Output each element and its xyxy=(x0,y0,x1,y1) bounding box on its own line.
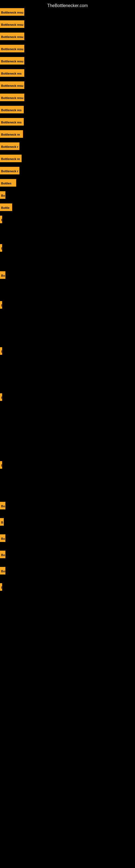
bar-row-5[interactable]: Bottleneck resu xyxy=(0,57,37,65)
bar-row-8[interactable]: Bottleneck resu xyxy=(0,94,32,101)
bar-label-10: Bottleneck res xyxy=(0,118,24,126)
bar-row-3[interactable]: Bottleneck resu xyxy=(0,33,32,40)
bar-row-17[interactable]: Bottle xyxy=(0,204,17,211)
bar-row-27[interactable]: Bo xyxy=(0,534,9,542)
bar-label-15: Bottlen xyxy=(0,179,16,187)
bar-label-19: B xyxy=(0,244,2,252)
bar-label-8: Bottleneck resu xyxy=(0,94,24,101)
bar-label-26: B xyxy=(0,518,4,526)
bar-label-3: Bottleneck resu xyxy=(0,33,24,40)
bar-row-19[interactable]: B xyxy=(0,244,3,252)
bar-row-29[interactable]: Bot xyxy=(0,567,8,575)
bar-label-5: Bottleneck resu xyxy=(0,57,24,65)
bar-label-28: Bo xyxy=(0,551,5,558)
bar-row-11[interactable]: Bottleneck re xyxy=(0,130,30,138)
bar-row-12[interactable]: Bottleneck r xyxy=(0,143,27,150)
bar-row-30[interactable]: B xyxy=(0,583,3,591)
bar-row-26[interactable]: B xyxy=(0,518,6,526)
bar-row-14[interactable]: Bottleneck r xyxy=(0,167,26,175)
bar-row-9[interactable]: Bottleneck res xyxy=(0,106,35,113)
bar-row-18[interactable]: B xyxy=(0,216,3,223)
bar-label-14: Bottleneck r xyxy=(0,167,19,175)
bar-row-2[interactable]: Bottleneck resu xyxy=(0,20,32,28)
bar-row-7[interactable]: Bottleneck resu xyxy=(0,82,34,89)
bar-label-4: Bottleneck resu xyxy=(0,45,24,52)
bar-row-28[interactable]: Bo xyxy=(0,551,9,558)
bar-row-13[interactable]: Bottleneck re xyxy=(0,155,29,162)
bar-label-22: B xyxy=(0,347,2,355)
bar-label-2: Bottleneck resu xyxy=(0,20,24,28)
bar-row-6[interactable]: Bottleneck res xyxy=(0,69,35,77)
bar-row-1[interactable]: Bottleneck resu xyxy=(0,8,35,16)
bar-row-23[interactable]: B xyxy=(0,393,3,401)
bar-row-20[interactable]: Bo xyxy=(0,271,8,279)
bar-label-25: Bo xyxy=(0,502,5,509)
bar-label-30: B xyxy=(0,583,2,591)
bar-label-11: Bottleneck re xyxy=(0,130,23,138)
bar-row-4[interactable]: Bottleneck resu xyxy=(0,45,31,52)
bar-label-13: Bottleneck re xyxy=(0,155,21,162)
bar-label-1: Bottleneck resu xyxy=(0,8,24,16)
bar-label-9: Bottleneck res xyxy=(0,106,24,113)
bar-row-21[interactable]: B xyxy=(0,301,3,309)
bar-label-6: Bottleneck res xyxy=(0,69,24,77)
bar-label-29: Bot xyxy=(0,567,5,575)
bar-label-17: Bottle xyxy=(0,204,12,211)
bar-label-7: Bottleneck resu xyxy=(0,82,24,89)
bar-row-10[interactable]: Bottleneck res xyxy=(0,118,31,126)
bar-row-25[interactable]: Bo xyxy=(0,502,8,509)
bar-row-24[interactable]: B xyxy=(0,461,3,469)
bar-label-16: Bo xyxy=(0,191,5,199)
bar-row-22[interactable]: B xyxy=(0,347,3,355)
bar-label-18: B xyxy=(0,216,2,223)
bar-label-21: B xyxy=(0,301,2,309)
bar-label-27: Bo xyxy=(0,534,5,542)
bar-label-24: B xyxy=(0,461,2,469)
bar-label-12: Bottleneck r xyxy=(0,143,19,150)
bar-label-20: Bo xyxy=(0,271,5,279)
bar-row-15[interactable]: Bottlen xyxy=(0,179,21,187)
bar-label-23: B xyxy=(0,393,2,401)
bar-row-16[interactable]: Bo xyxy=(0,191,8,199)
